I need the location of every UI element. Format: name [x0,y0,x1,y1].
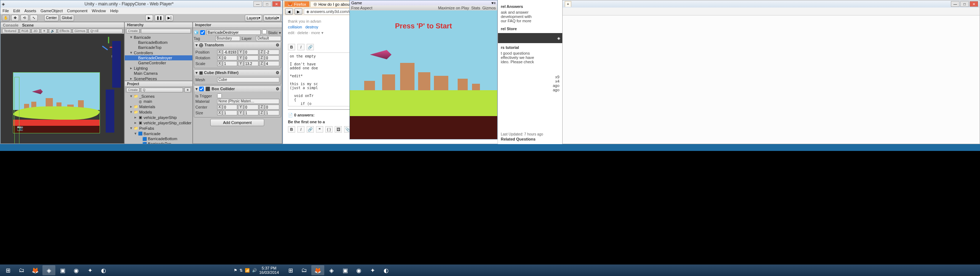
game-tab[interactable]: Game [351,1,362,5]
hierarchy-item[interactable]: GameController [125,60,192,65]
pivot-global[interactable]: Global [60,15,74,21]
project-item[interactable]: ▾📁_Scenes [125,94,192,99]
pause-button[interactable]: ❚❚ [154,15,164,21]
unity-titlebar[interactable]: ◈ Unity - main.unity - FlappyClone - Web… [0,0,282,8]
component-menu-icon[interactable]: ⚙ [276,70,279,75]
scene-tab[interactable]: Console Scene [1,22,124,28]
code-button[interactable]: { } [325,126,332,133]
audio-toggle[interactable]: 🔊 [49,29,56,33]
asset-store-banner[interactable]: ◈ [498,33,562,43]
clock[interactable]: 5:37 PM16/03/2014 [259,266,279,274]
quote-button[interactable]: ❝ [316,126,323,133]
size-z[interactable] [265,110,279,115]
project-item[interactable]: ▸▣vehicle_playerShip [125,115,192,120]
barricade-top-mesh[interactable] [112,41,121,88]
tag-dropdown[interactable]: Boundary [215,36,240,41]
tag-link[interactable]: collision [288,25,302,29]
boxcollider-enable[interactable] [199,87,204,91]
project-create[interactable]: Create [126,88,140,92]
size-y[interactable] [244,110,258,115]
maximize-on-play[interactable]: Maximize on Play [438,6,469,10]
project-filter-icon[interactable]: ★ [185,88,191,92]
italic-button[interactable]: I [297,126,304,133]
project-tree[interactable]: ▾📁_Scenes◎main▸📁Materials▾📁Models▸▣vehic… [125,93,192,144]
hierarchy-tree[interactable]: ▾BarricadeBarricadeBottomBarricadeTop▾Co… [125,34,192,81]
tray-network-icon[interactable]: ⇅ [239,268,243,273]
scene-search[interactable]: Q+All [88,29,123,33]
pos-z[interactable] [265,49,279,55]
maximize-button[interactable]: □ [263,1,271,7]
step-button[interactable]: ▶| [165,15,173,21]
unity-icon[interactable]: ◈ [43,265,56,275]
menu-edit[interactable]: Edit [13,9,20,13]
link-button[interactable]: 🔗 [307,44,314,50]
tray-wifi-icon[interactable]: 📶 [245,268,250,273]
bold-button[interactable]: B [288,44,295,50]
steam-icon[interactable]: ◉ [70,265,83,275]
menu-window[interactable]: Window [92,9,106,13]
inspector-tab[interactable]: Inspector [193,22,282,28]
taskbar-secondary[interactable]: ⊞ 🗂 🦊 ◈ ▣ ◉ ✦ ◐ [283,265,980,276]
project-item[interactable]: ▾📁PreFabs [125,125,192,131]
pos-y[interactable] [244,49,258,55]
delete-link[interactable]: delete [297,30,308,35]
hierarchy-item[interactable]: BarricadeTop [125,45,192,50]
tool-rotate[interactable]: ⟲ [21,15,29,21]
menu-component[interactable]: Component [67,9,88,13]
hierarchy-item[interactable]: ▸Lighting [125,65,192,71]
game-settings-icon[interactable]: ▾≡ [492,1,496,5]
firefox-brand-tab[interactable]: 🦊Firefox [284,1,310,7]
center-y[interactable] [244,105,258,109]
project-item[interactable]: 🟦BarricadeTop [125,141,192,144]
system-tray[interactable]: ⚑ ⇅ 📶 🔊 5:37 PM16/03/2014 [232,266,281,274]
game-gizmos[interactable]: Gizmos [482,6,496,10]
hierarchy-tab[interactable]: Hierarchy [125,22,192,28]
explorer-icon[interactable]: 🗂 [15,265,28,275]
console-tab[interactable]: Console [3,23,18,27]
project-item[interactable]: ◎main [125,99,192,104]
new-tab-button[interactable]: + [565,1,571,7]
tool-move[interactable]: ✥ [11,15,19,21]
scene-viewport[interactable]: Persp ☀ [1,34,124,143]
taskbar-primary[interactable]: ⊞ 🗂 🦊 ◈ ▣ ◉ ✦ ◐ ⚑ ⇅ 📶 🔊 5:37 PM16/03/201… [0,265,283,276]
explorer-icon[interactable]: 🗂 [298,265,310,275]
bold-button[interactable]: B [288,126,295,133]
menu-help[interactable]: Help [110,9,118,13]
hierarchy-search[interactable] [141,29,191,33]
stats-toggle[interactable]: Stats [471,6,480,10]
monodevelop-icon[interactable]: ▣ [56,265,69,275]
project-item[interactable]: ▾🟦Barricade [125,131,192,136]
project-item[interactable]: ▸▣vehicle_playerShip_collider [125,120,192,125]
gameobject-name-field[interactable] [206,30,261,35]
unity-icon[interactable]: ◈ [325,265,338,275]
firefox-icon[interactable]: 🦊 [311,265,324,275]
scl-x[interactable] [223,61,237,66]
size-x[interactable] [223,110,237,115]
starcraft-icon[interactable]: ✦ [366,265,379,275]
scl-z[interactable] [265,61,279,66]
rot-y[interactable] [244,56,258,60]
mesh-field[interactable]: Cube [217,77,279,82]
mode-2d[interactable]: 2D [32,29,40,33]
start-button[interactable]: ⊞ [2,265,14,275]
project-item[interactable]: ▾📁Models [125,109,192,115]
layers-dropdown[interactable]: Layers ▾ [245,15,262,21]
tag-link[interactable]: destroy [305,25,318,29]
aspect-dropdown[interactable]: Free Aspect [351,6,372,10]
light-toggle[interactable]: ☀ [41,29,48,33]
center-z[interactable] [265,105,279,109]
close-button[interactable]: ✕ [272,1,281,7]
hierarchy-item[interactable]: ▾Controllers [125,50,192,56]
menu-file[interactable]: File [3,9,9,13]
more-link[interactable]: more ▾ [311,30,323,35]
starcraft-icon[interactable]: ✦ [83,265,96,275]
hierarchy-item[interactable]: BarricadeDestroyer [125,56,192,60]
component-menu-icon[interactable]: ⚙ [276,87,279,91]
hierarchy-item[interactable]: ▸ScenePieces [125,76,192,81]
render-dropdown[interactable]: RGB [20,29,30,33]
tool-scale[interactable]: ⤡ [30,15,38,21]
hierarchy-create[interactable]: Create [126,29,140,33]
minimize-button[interactable]: — [951,1,959,7]
italic-button[interactable]: I [297,44,304,50]
game-window[interactable]: Game ▾≡ Free Aspect Maximize on Play Sta… [350,0,498,140]
